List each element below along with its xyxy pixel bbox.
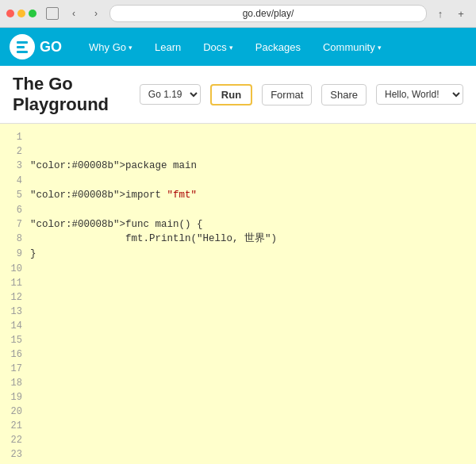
code-line: 2	[0, 144, 476, 159]
browser-chrome: ‹ › go.dev/play/ ↑ +	[0, 0, 476, 28]
version-select[interactable]: Go 1.19	[140, 84, 201, 105]
share-button[interactable]: Share	[321, 84, 367, 105]
code-line: 8 fmt.Println("Hello, 世界")	[0, 232, 476, 247]
go-line-1	[17, 41, 28, 44]
page-header: The Go Playground Go 1.19 Run Format Sha…	[0, 66, 476, 124]
browser-toolbar: ‹ › go.dev/play/ ↑ +	[0, 0, 476, 27]
line-number: 8	[6, 232, 22, 246]
code-line: 11	[0, 276, 476, 290]
format-button[interactable]: Format	[262, 84, 312, 105]
line-number: 18	[6, 376, 22, 390]
code-line: 17	[0, 362, 476, 376]
forward-button[interactable]: ›	[87, 5, 105, 22]
code-line: 23	[0, 447, 476, 462]
code-line: 15	[0, 333, 476, 347]
window-icon	[46, 7, 59, 20]
nav-link-packages[interactable]: Packages	[244, 28, 312, 66]
url-bar[interactable]: go.dev/play/	[109, 5, 427, 22]
code-line: 12	[0, 290, 476, 305]
nav-logo[interactable]: GO	[10, 34, 62, 59]
code-line: 18	[0, 376, 476, 390]
line-number: 19	[6, 390, 22, 405]
new-tab-button[interactable]: +	[452, 5, 470, 22]
line-content: "color:#00008b">import "fmt"	[30, 188, 197, 203]
line-number: 7	[6, 217, 22, 232]
go-logo-lines	[17, 41, 28, 53]
minimize-dot[interactable]	[17, 10, 25, 17]
line-number: 14	[6, 319, 22, 333]
line-number: 22	[6, 433, 22, 447]
code-line: 3"color:#00008b">package main	[0, 159, 476, 174]
fullscreen-dot[interactable]	[29, 10, 36, 17]
share-browser-button[interactable]: ↑	[432, 5, 449, 22]
code-line: 22	[0, 433, 476, 447]
nav-link-why-go-label: Why Go	[89, 41, 126, 53]
code-line: 4	[0, 174, 476, 188]
page-title: The Go Playground	[13, 74, 130, 115]
community-arrow-icon: ▾	[378, 44, 382, 52]
why-go-arrow-icon: ▾	[129, 44, 132, 52]
nav-link-learn[interactable]: Learn	[144, 28, 192, 66]
code-line: 6	[0, 203, 476, 217]
go-logo-circle	[10, 34, 35, 59]
code-line: 21	[0, 419, 476, 433]
code-editor[interactable]: 123"color:#00008b">package main45"color:…	[0, 124, 476, 464]
code-line: 19	[0, 390, 476, 405]
line-number: 21	[6, 419, 22, 433]
code-line: 16	[0, 347, 476, 362]
nav-logo-text: GO	[40, 39, 62, 56]
main-nav: GO Why Go ▾ Learn Docs ▾ Packages Commun…	[0, 28, 476, 66]
code-line: 20	[0, 405, 476, 419]
line-number: 6	[6, 203, 22, 217]
nav-link-community[interactable]: Community ▾	[312, 28, 393, 66]
nav-link-docs[interactable]: Docs ▾	[192, 28, 244, 66]
line-content: }	[30, 247, 36, 262]
line-number: 5	[6, 188, 22, 202]
code-line: 5"color:#00008b">import "fmt"	[0, 188, 476, 203]
line-content: "color:#00008b">package main	[30, 159, 197, 174]
line-number: 11	[6, 276, 22, 290]
run-button[interactable]: Run	[210, 84, 252, 105]
nav-links: Why Go ▾ Learn Docs ▾ Packages Community…	[78, 28, 466, 66]
browser-dots	[6, 10, 36, 17]
nav-link-why-go[interactable]: Why Go ▾	[78, 28, 144, 66]
code-line: 9}	[0, 247, 476, 262]
nav-link-community-label: Community	[323, 41, 375, 53]
code-line: 14	[0, 319, 476, 333]
example-select[interactable]: Hello, World!	[376, 84, 463, 105]
browser-actions: ↑ +	[432, 5, 470, 22]
line-number: 9	[6, 247, 22, 261]
line-number: 16	[6, 347, 22, 362]
back-button[interactable]: ‹	[65, 5, 83, 22]
line-number: 13	[6, 305, 22, 319]
code-line: 7"color:#00008b">func main() {	[0, 217, 476, 232]
line-content: fmt.Println("Hello, 世界")	[30, 232, 277, 247]
nav-link-learn-label: Learn	[155, 41, 181, 53]
line-number: 17	[6, 362, 22, 376]
line-content: "color:#00008b">func main() {	[30, 217, 203, 232]
go-line-3	[17, 51, 28, 53]
line-number: 1	[6, 130, 22, 144]
go-line-2	[17, 46, 25, 48]
nav-link-packages-label: Packages	[255, 41, 301, 53]
nav-link-docs-label: Docs	[203, 41, 227, 53]
line-number: 10	[6, 262, 22, 276]
line-number: 15	[6, 333, 22, 347]
line-number: 23	[6, 447, 22, 462]
code-line: 1	[0, 130, 476, 144]
code-line: 10	[0, 262, 476, 276]
line-number: 20	[6, 405, 22, 419]
line-number: 12	[6, 290, 22, 305]
docs-arrow-icon: ▾	[229, 44, 233, 52]
line-number: 2	[6, 144, 22, 159]
line-number: 3	[6, 159, 22, 173]
close-dot[interactable]	[6, 10, 14, 17]
line-number: 4	[6, 174, 22, 188]
code-line: 13	[0, 305, 476, 319]
